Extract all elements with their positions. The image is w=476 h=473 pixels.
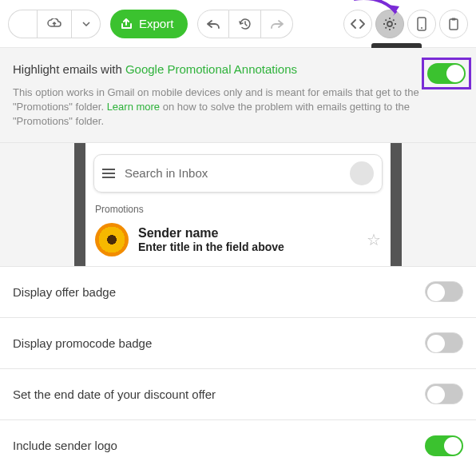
code-icon [351,19,365,29]
gear-icon [383,17,397,31]
undo-icon [207,19,220,29]
sender-name: Sender name [138,226,284,240]
highlight-title: Highlight emails with Google Promotional… [13,62,463,76]
option-promocode-badge: Display promocode badge [0,318,476,369]
svg-point-0 [387,22,392,26]
toolbar: Export Settings [0,0,476,48]
option-end-date: Set the end date of your discount offer [0,369,476,420]
option-label: Display offer badge [13,285,116,299]
svg-rect-4 [452,18,456,20]
option-label: Include sender logo [13,439,117,452]
export-label: Export [139,17,173,30]
chevron-down-icon [82,22,90,26]
option-label: Display promocode badge [13,336,152,350]
phone-frame: Search in Inbox Promotions Sender name E… [74,143,402,266]
star-icon[interactable]: ☆ [367,230,381,249]
clipboard-icon [448,18,459,30]
history-icon [239,18,252,30]
search-placeholder: Search in Inbox [125,166,340,180]
profile-avatar-placeholder [350,161,374,185]
highlight-toggle[interactable] [427,63,466,84]
offer-badge-toggle[interactable] [425,281,463,302]
learn-more-link[interactable]: Learn more [107,101,160,113]
clipboard-button[interactable] [439,10,468,38]
history-button[interactable] [229,10,261,38]
highlight-description: This option works in Gmail on mobile dev… [13,85,428,129]
sender-logo-toggle[interactable] [425,435,463,456]
end-date-toggle[interactable] [425,384,463,404]
cloud-upload-icon [47,18,61,30]
svg-point-2 [421,27,422,29]
code-view-button[interactable] [343,10,372,38]
upload-dropdown[interactable] [72,10,101,38]
option-label: Set the end date of your discount offer [13,388,216,401]
toolbar-left-edge [8,10,37,38]
highlight-section: Highlight emails with Google Promotional… [0,48,476,143]
redo-button[interactable] [261,10,293,38]
mail-row: Sender name Enter title in the field abo… [93,221,383,258]
mobile-preview-button[interactable] [407,10,436,38]
option-sender-logo: Include sender logo [0,420,476,471]
settings-button[interactable] [375,10,404,38]
mail-title: Enter title in the field above [138,240,284,253]
sender-avatar [95,223,129,256]
mobile-icon [417,17,426,31]
promotions-label: Promotions [95,204,381,215]
preview-area: Search in Inbox Promotions Sender name E… [0,143,476,267]
highlight-title-prefix: Highlight emails with [13,62,125,76]
export-button[interactable]: Export [110,10,188,38]
highlight-toggle-highlight-box [422,58,471,89]
upload-button[interactable] [37,10,72,38]
svg-rect-3 [450,19,458,30]
search-bar[interactable]: Search in Inbox [93,154,383,193]
google-annotations-link[interactable]: Google Promotional Annotations [125,62,297,76]
option-offer-badge: Display offer badge [0,267,476,318]
undo-button[interactable] [197,10,229,38]
promocode-badge-toggle[interactable] [425,332,463,353]
redo-icon [271,19,284,29]
hamburger-icon [102,169,115,178]
export-icon [121,18,134,30]
